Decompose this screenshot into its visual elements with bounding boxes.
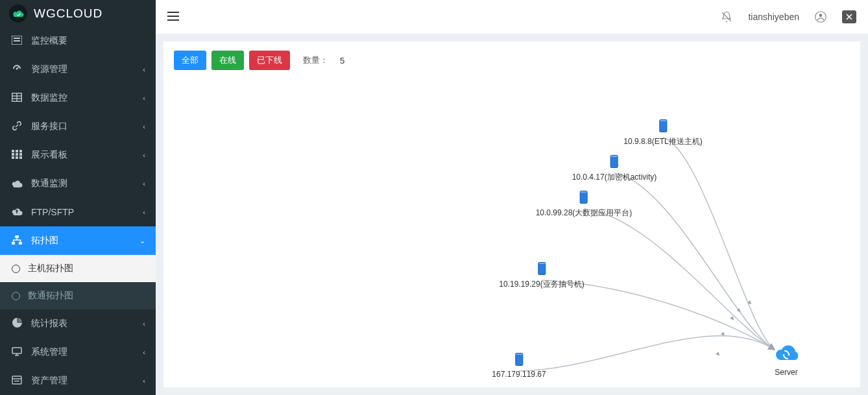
topology-canvas: 10.9.8.8(ETL推送主机)10.0.4.17(加密机activity)1… — [163, 42, 860, 387]
sidebar-item-label: 服务接口 — [31, 121, 143, 132]
host-node-4[interactable]: 167.179.119.67 — [492, 353, 546, 379]
sidebar-subitem-label: 主机拓扑图 — [28, 263, 73, 274]
svg-rect-9 — [16, 150, 18, 152]
sidebar-item-9[interactable]: 系统管理‹ — [0, 338, 156, 366]
sidebar-submenu: 主机拓扑图数通拓扑图 — [0, 255, 156, 309]
sidebar-item-2[interactable]: 数据监控‹ — [0, 84, 156, 112]
server-node[interactable]: Server — [771, 343, 801, 377]
chevron-left-icon: ‹ — [143, 377, 145, 385]
asset-icon — [10, 376, 23, 387]
summary-icon — [10, 36, 23, 47]
sidebar-item-0[interactable]: 监控概要 — [0, 27, 156, 55]
brand-name: WGCLOUD — [34, 6, 102, 21]
link-icon — [10, 121, 23, 133]
sidebar-item-label: 资源管理 — [31, 64, 143, 75]
brand: WGCLOUD — [0, 0, 156, 27]
count-label: 数量： — [303, 54, 328, 66]
count-value: 5 — [340, 56, 344, 66]
svg-rect-16 — [19, 156, 22, 159]
svg-rect-8 — [12, 150, 14, 152]
host-node-2[interactable]: 10.0.99.28(大数据应用平台) — [536, 191, 633, 219]
sidebar-item-label: 资产管理 — [31, 375, 143, 387]
svg-rect-17 — [15, 235, 19, 238]
topology-icon — [10, 235, 23, 246]
chevron-left-icon: ‹ — [143, 180, 145, 187]
edge-mid-4 — [717, 353, 718, 354]
host-label: 10.0.99.28(大数据应用平台) — [536, 208, 633, 219]
chevron-left-icon: ‹ — [143, 208, 145, 216]
host-node-0[interactable]: 10.9.8.8(ETL推送主机) — [623, 119, 702, 147]
cloud-icon — [10, 178, 23, 189]
user-icon[interactable] — [815, 11, 826, 23]
sidebar-item-8[interactable]: 统计报表‹ — [0, 309, 156, 338]
host-label: 167.179.119.67 — [492, 370, 546, 379]
sidebar-subitem-label: 数通拓扑图 — [28, 290, 73, 302]
close-button[interactable] — [842, 10, 856, 23]
username[interactable]: tianshiyeben — [748, 12, 799, 22]
host-icon — [610, 155, 618, 168]
sidebar-item-5[interactable]: 数通监测‹ — [0, 169, 156, 198]
filter-online-button[interactable]: 在线 — [211, 51, 244, 70]
svg-rect-12 — [16, 153, 18, 156]
chevron-left-icon: ‹ — [143, 94, 145, 102]
edge-1 — [614, 173, 775, 350]
svg-point-28 — [819, 14, 823, 17]
sidebar-item-label: 监控概要 — [31, 35, 145, 47]
content: 全部 在线 已下线 数量： 5 10.9.8.8(ETL推送主机)10.0.4.… — [156, 34, 868, 395]
svg-rect-2 — [14, 40, 20, 42]
host-node-1[interactable]: 10.0.4.17(加密机activity) — [572, 155, 657, 183]
sidebar-item-10[interactable]: 资产管理‹ — [0, 366, 156, 395]
sidebar-item-label: 系统管理 — [31, 346, 143, 358]
sidebar-subitem-0[interactable]: 主机拓扑图 — [0, 255, 156, 282]
sidebar-item-4[interactable]: 展示看板‹ — [0, 141, 156, 169]
notifications-off-icon[interactable] — [721, 11, 732, 23]
host-label: 10.0.4.17(加密机activity) — [572, 172, 657, 183]
chevron-down-icon: ⌄ — [139, 237, 145, 245]
edge-mid-2 — [732, 318, 732, 318]
host-node-3[interactable]: 10.19.19.29(业务抽号机) — [499, 262, 584, 290]
panel: 全部 在线 已下线 数量： 5 10.9.8.8(ETL推送主机)10.0.4.… — [163, 42, 860, 387]
sidebar-item-label: 展示看板 — [31, 149, 143, 161]
svg-rect-11 — [12, 153, 14, 156]
sidebar-item-label: 统计报表 — [31, 318, 143, 329]
topbar: tianshiyeben — [156, 0, 868, 34]
server-label: Server — [771, 368, 801, 377]
filter-bar: 全部 在线 已下线 数量： 5 — [174, 51, 850, 70]
edge-0 — [663, 138, 775, 350]
grid-icon — [10, 150, 23, 161]
sidebar-subitem-1[interactable]: 数通拓扑图 — [0, 282, 156, 309]
svg-rect-19 — [19, 242, 22, 245]
sidebar: WGCLOUD 监控概要资源管理‹数据监控‹服务接口‹展示看板‹数通监测‹FTP… — [0, 0, 156, 395]
filter-all-button[interactable]: 全部 — [174, 51, 206, 70]
sidebar-item-6[interactable]: FTP/SFTP‹ — [0, 198, 156, 226]
upload-icon — [10, 207, 23, 218]
svg-rect-15 — [16, 156, 18, 159]
svg-rect-13 — [19, 153, 22, 156]
chevron-left-icon: ‹ — [143, 320, 145, 328]
menu-toggle-icon[interactable] — [167, 10, 179, 24]
edge-mid-1 — [739, 310, 740, 311]
host-label: 10.19.19.29(业务抽号机) — [499, 279, 584, 290]
dashboard-icon — [10, 64, 23, 76]
chevron-left-icon: ‹ — [143, 66, 145, 73]
chevron-left-icon: ‹ — [143, 348, 145, 356]
svg-rect-10 — [19, 150, 22, 152]
sidebar-item-label: 数据监控 — [31, 92, 143, 104]
sidebar-item-7[interactable]: 拓扑图⌄ — [0, 226, 156, 255]
sidebar-item-1[interactable]: 资源管理‹ — [0, 55, 156, 84]
pie-icon — [10, 318, 23, 329]
table-icon — [10, 93, 23, 104]
circle-icon — [12, 265, 20, 273]
host-icon — [580, 191, 588, 204]
chevron-left-icon: ‹ — [143, 151, 145, 159]
sidebar-item-label: 拓扑图 — [31, 235, 139, 246]
svg-rect-14 — [12, 156, 14, 159]
sidebar-item-label: FTP/SFTP — [31, 207, 143, 217]
host-icon — [538, 262, 546, 275]
sidebar-item-3[interactable]: 服务接口‹ — [0, 112, 156, 141]
svg-rect-18 — [12, 242, 15, 245]
host-label: 10.9.8.8(ETL推送主机) — [623, 136, 702, 147]
host-icon — [515, 353, 523, 366]
edge-mid-3 — [723, 333, 723, 334]
filter-offline-button[interactable]: 已下线 — [249, 51, 290, 70]
